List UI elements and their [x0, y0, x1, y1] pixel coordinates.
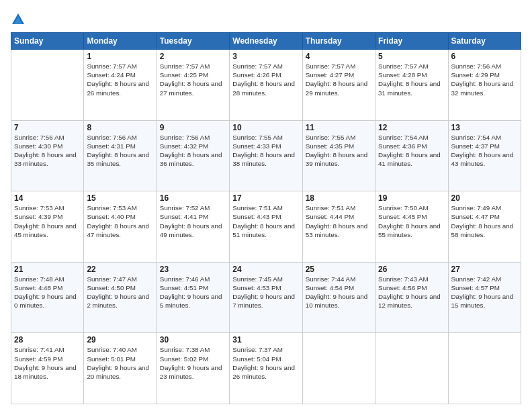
day-info: Sunrise: 7:48 AMSunset: 4:48 PMDaylight:… — [14, 275, 81, 310]
page: SundayMondayTuesdayWednesdayThursdayFrid… — [0, 0, 532, 411]
day-number: 14 — [14, 193, 81, 203]
day-info: Sunrise: 7:42 AMSunset: 4:57 PMDaylight:… — [451, 275, 518, 310]
day-number: 18 — [306, 193, 372, 203]
day-number: 8 — [87, 123, 153, 132]
day-info: Sunrise: 7:56 AMSunset: 4:32 PMDaylight:… — [160, 133, 226, 169]
day-info: Sunrise: 7:47 AMSunset: 4:50 PMDaylight:… — [87, 275, 153, 310]
calendar-cell: 4Sunrise: 7:57 AMSunset: 4:27 PMDaylight… — [302, 50, 375, 121]
calendar-cell: 29Sunrise: 7:40 AMSunset: 5:01 PMDayligh… — [84, 333, 157, 404]
day-number: 13 — [451, 123, 518, 132]
day-number: 22 — [87, 265, 153, 274]
calendar-cell: 25Sunrise: 7:44 AMSunset: 4:54 PMDayligh… — [302, 262, 375, 333]
calendar-week-5: 28Sunrise: 7:41 AMSunset: 4:59 PMDayligh… — [11, 333, 521, 404]
day-number: 30 — [160, 335, 226, 345]
day-info: Sunrise: 7:54 AMSunset: 4:37 PMDaylight:… — [451, 133, 518, 169]
calendar-cell: 14Sunrise: 7:53 AMSunset: 4:39 PMDayligh… — [11, 191, 84, 263]
day-number: 24 — [232, 265, 299, 274]
day-number: 3 — [232, 52, 299, 61]
weekday-header-friday: Friday — [375, 33, 448, 50]
day-info: Sunrise: 7:40 AMSunset: 5:01 PMDaylight:… — [87, 345, 153, 381]
calendar-cell: 19Sunrise: 7:50 AMSunset: 4:45 PMDayligh… — [375, 191, 448, 263]
calendar-cell: 3Sunrise: 7:57 AMSunset: 4:26 PMDaylight… — [230, 50, 302, 121]
day-number: 26 — [378, 265, 445, 274]
day-info: Sunrise: 7:49 AMSunset: 4:47 PMDaylight:… — [451, 203, 518, 239]
calendar-cell: 28Sunrise: 7:41 AMSunset: 4:59 PMDayligh… — [11, 333, 84, 404]
day-info: Sunrise: 7:55 AMSunset: 4:33 PMDaylight:… — [232, 133, 299, 169]
day-number: 5 — [378, 52, 445, 61]
calendar-cell: 10Sunrise: 7:55 AMSunset: 4:33 PMDayligh… — [230, 120, 302, 191]
calendar-cell: 23Sunrise: 7:46 AMSunset: 4:51 PMDayligh… — [157, 262, 229, 333]
day-info: Sunrise: 7:44 AMSunset: 4:54 PMDaylight:… — [306, 275, 372, 310]
day-info: Sunrise: 7:37 AMSunset: 5:04 PMDaylight:… — [232, 345, 299, 381]
day-info: Sunrise: 7:53 AMSunset: 4:40 PMDaylight:… — [87, 203, 153, 239]
day-info: Sunrise: 7:56 AMSunset: 4:30 PMDaylight:… — [14, 133, 81, 169]
day-info: Sunrise: 7:57 AMSunset: 4:28 PMDaylight:… — [378, 62, 445, 97]
day-number: 9 — [160, 123, 226, 132]
day-number: 6 — [451, 52, 518, 61]
day-info: Sunrise: 7:52 AMSunset: 4:41 PMDaylight:… — [160, 203, 226, 239]
day-number: 21 — [14, 265, 81, 274]
weekday-header-sunday: Sunday — [11, 33, 84, 50]
day-number: 10 — [232, 123, 299, 132]
day-info: Sunrise: 7:46 AMSunset: 4:51 PMDaylight:… — [160, 275, 226, 310]
weekday-header-monday: Monday — [84, 33, 157, 50]
calendar-cell: 8Sunrise: 7:56 AMSunset: 4:31 PMDaylight… — [84, 120, 157, 191]
weekday-header-saturday: Saturday — [448, 33, 521, 50]
day-info: Sunrise: 7:57 AMSunset: 4:26 PMDaylight:… — [232, 62, 299, 97]
day-number: 19 — [378, 193, 445, 203]
day-info: Sunrise: 7:57 AMSunset: 4:24 PMDaylight:… — [87, 62, 153, 97]
calendar-cell: 21Sunrise: 7:48 AMSunset: 4:48 PMDayligh… — [11, 262, 84, 333]
day-info: Sunrise: 7:51 AMSunset: 4:44 PMDaylight:… — [306, 203, 372, 239]
logo — [11, 11, 28, 27]
weekday-header-tuesday: Tuesday — [157, 33, 229, 50]
day-number: 29 — [87, 335, 153, 345]
day-info: Sunrise: 7:53 AMSunset: 4:39 PMDaylight:… — [14, 203, 81, 239]
calendar-cell: 1Sunrise: 7:57 AMSunset: 4:24 PMDaylight… — [84, 50, 157, 121]
calendar-cell — [375, 333, 448, 404]
day-number: 16 — [160, 193, 226, 203]
calendar-cell: 16Sunrise: 7:52 AMSunset: 4:41 PMDayligh… — [157, 191, 229, 263]
calendar-cell: 11Sunrise: 7:55 AMSunset: 4:35 PMDayligh… — [302, 120, 375, 191]
day-number: 12 — [378, 123, 445, 132]
day-number: 7 — [14, 123, 81, 132]
calendar-cell: 2Sunrise: 7:57 AMSunset: 4:25 PMDaylight… — [157, 50, 229, 121]
calendar-cell: 20Sunrise: 7:49 AMSunset: 4:47 PMDayligh… — [448, 191, 521, 263]
day-number: 17 — [232, 193, 299, 203]
calendar-cell: 12Sunrise: 7:54 AMSunset: 4:36 PMDayligh… — [375, 120, 448, 191]
day-info: Sunrise: 7:45 AMSunset: 4:53 PMDaylight:… — [232, 275, 299, 310]
day-number: 28 — [14, 335, 81, 345]
calendar-cell: 6Sunrise: 7:56 AMSunset: 4:29 PMDaylight… — [448, 50, 521, 121]
day-number: 1 — [87, 52, 153, 61]
day-number: 25 — [306, 265, 372, 274]
calendar-cell — [302, 333, 375, 404]
day-info: Sunrise: 7:57 AMSunset: 4:27 PMDaylight:… — [306, 62, 372, 97]
weekday-header-wednesday: Wednesday — [230, 33, 302, 50]
day-info: Sunrise: 7:51 AMSunset: 4:43 PMDaylight:… — [232, 203, 299, 239]
day-info: Sunrise: 7:56 AMSunset: 4:29 PMDaylight:… — [451, 62, 518, 97]
day-number: 4 — [306, 52, 372, 61]
calendar-week-4: 21Sunrise: 7:48 AMSunset: 4:48 PMDayligh… — [11, 262, 521, 333]
day-info: Sunrise: 7:54 AMSunset: 4:36 PMDaylight:… — [378, 133, 445, 169]
calendar-week-2: 7Sunrise: 7:56 AMSunset: 4:30 PMDaylight… — [11, 120, 521, 191]
calendar-week-3: 14Sunrise: 7:53 AMSunset: 4:39 PMDayligh… — [11, 191, 521, 263]
calendar-cell: 30Sunrise: 7:38 AMSunset: 5:02 PMDayligh… — [157, 333, 229, 404]
day-info: Sunrise: 7:50 AMSunset: 4:45 PMDaylight:… — [378, 203, 445, 239]
calendar-cell: 27Sunrise: 7:42 AMSunset: 4:57 PMDayligh… — [448, 262, 521, 333]
day-number: 11 — [306, 123, 372, 132]
day-number: 23 — [160, 265, 226, 274]
day-info: Sunrise: 7:55 AMSunset: 4:35 PMDaylight:… — [306, 133, 372, 169]
day-info: Sunrise: 7:41 AMSunset: 4:59 PMDaylight:… — [14, 345, 81, 381]
calendar-cell — [448, 333, 521, 404]
calendar-cell: 13Sunrise: 7:54 AMSunset: 4:37 PMDayligh… — [448, 120, 521, 191]
calendar-cell: 7Sunrise: 7:56 AMSunset: 4:30 PMDaylight… — [11, 120, 84, 191]
calendar-cell: 18Sunrise: 7:51 AMSunset: 4:44 PMDayligh… — [302, 191, 375, 263]
day-number: 2 — [160, 52, 226, 61]
calendar-cell — [11, 50, 84, 121]
calendar-cell: 5Sunrise: 7:57 AMSunset: 4:28 PMDaylight… — [375, 50, 448, 121]
day-info: Sunrise: 7:56 AMSunset: 4:31 PMDaylight:… — [87, 133, 153, 169]
day-info: Sunrise: 7:38 AMSunset: 5:02 PMDaylight:… — [160, 345, 226, 381]
calendar: SundayMondayTuesdayWednesdayThursdayFrid… — [11, 32, 521, 404]
weekday-header-thursday: Thursday — [302, 33, 375, 50]
day-number: 15 — [87, 193, 153, 203]
calendar-week-1: 1Sunrise: 7:57 AMSunset: 4:24 PMDaylight… — [11, 50, 521, 121]
